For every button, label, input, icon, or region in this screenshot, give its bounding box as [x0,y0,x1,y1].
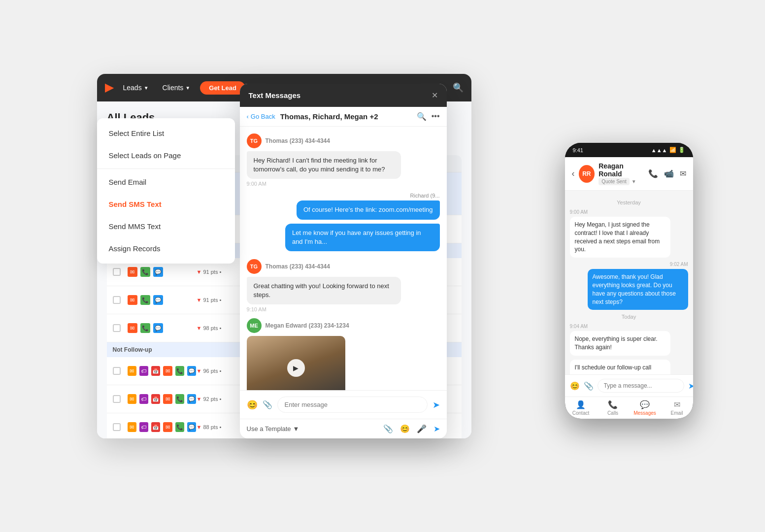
template-icon-group: 📎 😊 🎤 ➤ [383,424,440,433]
sms-icon[interactable]: 💬 [153,267,163,277]
phone-send-button[interactable]: ➤ [688,381,693,391]
leads-chevron-icon: ▼ [144,85,149,91]
cal-icon[interactable]: 📅 [151,366,160,376]
template-footer: Use a Template ▼ 📎 😊 🎤 ➤ [240,419,447,438]
get-lead-button[interactable]: Get Lead [200,81,245,95]
select-entire-list-item[interactable]: Select Entire List [97,122,235,144]
phone-message: 9:04 AM Nope, everything is super clear.… [570,324,688,356]
message-input-area: 😊 📎 ➤ [240,390,447,419]
phone-tab-messages[interactable]: 💬 Messages [629,400,661,416]
phone-tab-email[interactable]: ✉ Email [661,400,693,416]
panel-actions: 🔍 ••• [417,112,440,121]
avatar-tg: TG [247,133,262,148]
msg-icon[interactable]: ✉ [163,394,172,404]
contact-tab-icon: 👤 [576,400,586,409]
calls-tab-icon: 📞 [608,400,618,409]
emoji-icon[interactable]: 😊 [247,399,258,410]
phone-avatar: RR [579,165,595,183]
phone-message: 9:00 AM Hey Megan, I just signed the con… [570,209,688,258]
video-thumbnail[interactable]: ▶ [247,336,345,390]
row-checkbox[interactable] [113,395,121,403]
row-checkbox[interactable] [113,268,121,276]
email-icon[interactable]: ✉ [128,323,137,333]
shape-score: ▼ 88 pts • [197,424,246,430]
select-leads-on-page-item[interactable]: Select Leads on Page [97,144,235,166]
play-button[interactable]: ▶ [287,359,305,377]
message-input[interactable] [277,397,428,413]
phone-video-icon[interactable]: 📹 [664,169,674,178]
more-options-icon[interactable]: ••• [432,112,440,121]
msg-icon[interactable]: ✉ [163,422,172,432]
phone-icon[interactable]: 📞 [175,422,184,432]
sms-icon[interactable]: 💬 [153,295,163,305]
cal-icon[interactable]: 📅 [151,422,160,432]
email-icon[interactable]: ✉ [128,295,137,305]
phone-message: 9:02 AM Awesome, thank you! Glad everyth… [570,262,688,310]
cal-icon[interactable]: 📅 [151,394,160,404]
row-checkbox[interactable] [113,423,121,431]
quote-sent-badge: Quote Sent [599,178,630,185]
go-back-button[interactable]: ‹ Go Back [247,113,275,120]
phone-mail-icon[interactable]: ✉ [680,169,686,178]
mic-icon[interactable]: 🎤 [417,424,427,433]
assign-records-item[interactable]: Assign Records [97,237,235,260]
phone-back-icon[interactable]: ‹ [572,168,575,179]
send-button[interactable]: ➤ [432,399,440,410]
close-icon[interactable]: ✕ [432,91,438,100]
sms-icon[interactable]: 💬 [153,323,163,333]
sms-icon[interactable]: 💬 [187,422,196,432]
email-icon[interactable]: ✉ [128,422,136,432]
sender-label: Richard (9... [247,193,440,199]
row-checkbox[interactable] [113,296,121,304]
email-icon[interactable]: ✉ [128,366,136,376]
panel-title: Text Messages [249,91,301,100]
day-label-yesterday: Yesterday [570,200,688,205]
phone-message-input[interactable] [598,379,684,393]
nav-clients[interactable]: Clients ▼ [159,82,195,94]
action-icons: ✉ 📞 💬 [128,323,197,333]
phone-emoji-icon[interactable]: 😊 [570,381,580,391]
message-bubble: Great chatting with you! Looking forward… [247,277,401,304]
shape-score: ▼ 98 pts • [197,325,246,331]
use-template-button[interactable]: Use a Template ▼ [247,425,299,432]
send-icon[interactable]: ➤ [433,424,440,433]
dropdown-divider [97,168,235,169]
phone-icon[interactable]: 📞 [140,295,150,305]
phone-messages-body: Yesterday 9:00 AM Hey Megan, I just sign… [565,191,693,374]
nav-leads[interactable]: Leads ▼ [119,82,153,94]
send-sms-text-item[interactable]: Send SMS Text [97,193,235,215]
send-mms-text-item[interactable]: Send MMS Text [97,215,235,237]
template-chevron-icon: ▼ [293,425,299,432]
row-checkbox[interactable] [113,324,121,332]
action-icons: ✉ 🏷 📅 ✉ 📞 💬 [128,394,197,404]
attachment-icon[interactable]: 📎 [263,400,272,409]
email-icon[interactable]: ✉ [128,394,136,404]
phone-icon[interactable]: 📞 [175,366,184,376]
action-icons: ✉ 🏷 📅 ✉ 📞 💬 [128,366,197,376]
paperclip-icon[interactable]: 📎 [383,424,393,433]
phone-icon[interactable]: 📞 [140,267,150,277]
tag-icon[interactable]: 🏷 [139,422,148,432]
tag-icon[interactable]: 🏷 [139,366,148,376]
phone-icon[interactable]: 📞 [140,323,150,333]
search-icon[interactable]: 🔍 [417,112,427,121]
emoji-icon[interactable]: 😊 [400,424,410,433]
sms-icon[interactable]: 💬 [187,394,196,404]
phone-tab-calls[interactable]: 📞 Calls [597,400,629,416]
phone-icon[interactable]: 📞 [175,394,184,404]
sms-icon[interactable]: 💬 [187,366,196,376]
phone-tab-contact[interactable]: 👤 Contact [565,400,597,416]
row-checkbox[interactable] [113,367,121,375]
tag-icon[interactable]: 🏷 [139,394,148,404]
phone-attach-icon[interactable]: 📎 [584,381,594,391]
action-icons: ✉ 📞 💬 [128,267,197,277]
email-icon[interactable]: ✉ [128,267,137,277]
send-email-item[interactable]: Send Email [97,171,235,193]
search-icon[interactable]: 🔍 [453,82,464,93]
message-sender-row: TG Thomas (233) 434-4344 [247,259,440,274]
msg-icon[interactable]: ✉ [163,366,172,376]
shape-score: ▼ 92 pts • [197,396,246,402]
phone-input-row: 😊 📎 ➤ [565,375,693,397]
conversation-name: Thomas, Richard, Megan +2 [280,112,378,121]
phone-call-icon[interactable]: 📞 [648,169,658,178]
